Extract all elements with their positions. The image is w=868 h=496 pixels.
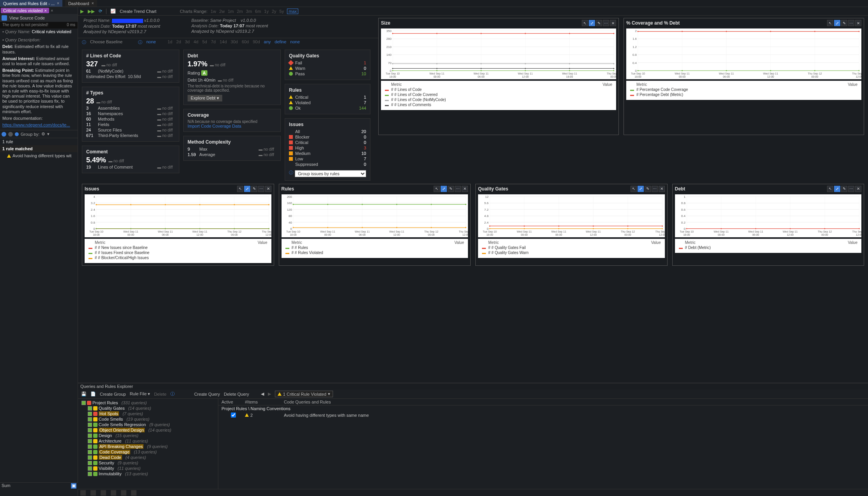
edit-icon[interactable]: ✎ bbox=[841, 186, 847, 192]
tree-node[interactable]: API Breaking Changes (9 queries) bbox=[79, 444, 217, 449]
tree-node[interactable]: Security (9 queries) bbox=[79, 460, 217, 466]
range-3m[interactable]: 3m bbox=[246, 9, 252, 14]
checkbox-icon[interactable] bbox=[88, 439, 92, 443]
close-icon[interactable]: ✕ bbox=[462, 186, 468, 192]
expand-icon[interactable]: ⤢ bbox=[244, 186, 250, 192]
tree-node[interactable]: Object Oriented Design (14 queries) bbox=[79, 427, 217, 433]
nav-back-icon[interactable]: ◀ bbox=[261, 391, 264, 396]
range-1y[interactable]: 1y bbox=[264, 9, 269, 14]
tree-node[interactable]: Code Smells Regression (9 queries) bbox=[79, 422, 217, 427]
expand-icon[interactable]: ⤢ bbox=[834, 186, 840, 192]
cursor-icon[interactable]: ↖ bbox=[827, 20, 833, 26]
checkbox-icon[interactable] bbox=[88, 412, 92, 416]
checkbox-icon[interactable] bbox=[88, 406, 92, 411]
checkbox-icon[interactable] bbox=[88, 450, 92, 454]
checkbox-icon[interactable] bbox=[88, 455, 92, 460]
tab-dashboard[interactable]: Dashboard × bbox=[65, 0, 97, 7]
range-2w[interactable]: 2w bbox=[219, 9, 225, 14]
expand-icon[interactable]: ▣ bbox=[71, 483, 76, 489]
status-icon[interactable] bbox=[90, 490, 96, 496]
close-icon[interactable]: × bbox=[57, 1, 59, 5]
tree-node[interactable]: Code Smells (19 queries) bbox=[79, 416, 217, 422]
filter-icon[interactable] bbox=[8, 132, 13, 137]
checkbox-icon[interactable] bbox=[88, 466, 92, 471]
baseline-none[interactable]: none bbox=[146, 39, 156, 45]
range-1m[interactable]: 1m bbox=[228, 9, 234, 14]
cursor-icon[interactable]: ↖ bbox=[237, 186, 243, 192]
tree-node[interactable]: Project Rules (331 queries) bbox=[79, 400, 217, 405]
create-trend-button[interactable]: Create Trend Chart bbox=[120, 9, 156, 14]
nav-fwd-icon[interactable]: ▶ bbox=[268, 391, 271, 396]
close-icon[interactable]: ✕ bbox=[855, 20, 861, 26]
filter-icon[interactable] bbox=[2, 132, 6, 137]
delete-button[interactable]: Delete bbox=[154, 392, 167, 396]
expand-icon[interactable]: ⤢ bbox=[638, 186, 644, 192]
info-icon[interactable]: ⓘ bbox=[170, 391, 175, 397]
view-source-button[interactable]: View Source Code bbox=[0, 14, 78, 22]
expand-icon[interactable]: ⤢ bbox=[441, 186, 447, 192]
tree-node[interactable]: Design (15 queries) bbox=[79, 433, 217, 438]
violation-dropdown[interactable]: 1 Critical Rule Violated ▾ bbox=[275, 391, 333, 397]
rule-list-row[interactable]: 2 Avoid having different types with same… bbox=[218, 412, 868, 418]
tree-node[interactable]: Dead Code (4 queries) bbox=[79, 455, 217, 460]
play-icon[interactable]: ▶ bbox=[80, 9, 84, 14]
tree-node[interactable]: Code Coverage (13 queries) bbox=[79, 449, 217, 455]
gear-icon[interactable]: ⚙ bbox=[41, 132, 45, 137]
query-tag[interactable]: Critical rules violated × bbox=[1, 8, 49, 13]
cursor-icon[interactable]: ↖ bbox=[434, 186, 440, 192]
delete-query-button[interactable]: Delete Query bbox=[224, 392, 249, 396]
cursor-icon[interactable]: ↖ bbox=[582, 20, 588, 26]
status-icon[interactable] bbox=[80, 490, 86, 496]
doc-link[interactable]: https://www.ndepend.com/docs/te... bbox=[2, 123, 70, 127]
edit-icon[interactable]: ✎ bbox=[645, 186, 651, 192]
more-icon[interactable]: ⋯ bbox=[455, 186, 461, 192]
checkbox-icon[interactable] bbox=[88, 428, 92, 432]
range-1w[interactable]: 1w bbox=[211, 9, 216, 14]
status-icon[interactable] bbox=[101, 490, 106, 496]
close-icon[interactable]: × bbox=[44, 8, 46, 13]
tree-node[interactable]: Visibility (11 queries) bbox=[79, 466, 217, 471]
status-icon[interactable] bbox=[131, 490, 136, 496]
status-icon[interactable] bbox=[111, 490, 116, 496]
range-max[interactable]: max bbox=[287, 9, 298, 14]
rule-hit-row[interactable]: Avoid having different types wit bbox=[0, 152, 78, 159]
edit-icon[interactable]: ✎ bbox=[841, 20, 847, 26]
explore-debt-button[interactable]: Explore Debt ▾ bbox=[188, 95, 222, 101]
range-2m[interactable]: 2m bbox=[237, 9, 243, 14]
range-2y[interactable]: 2y bbox=[272, 9, 276, 14]
tree-node[interactable]: Architecture (11 queries) bbox=[79, 438, 217, 444]
checkbox-icon[interactable] bbox=[88, 434, 92, 438]
range-5y[interactable]: 5y bbox=[280, 9, 284, 14]
edit-icon[interactable]: ✎ bbox=[251, 186, 257, 192]
status-icon[interactable] bbox=[121, 490, 126, 496]
play-all-icon[interactable]: ▶▶ bbox=[88, 9, 95, 14]
import-coverage-link[interactable]: Import Code Coverage Data bbox=[188, 124, 241, 128]
edit-icon[interactable]: ✎ bbox=[596, 20, 602, 26]
edit-icon[interactable]: ✎ bbox=[448, 186, 454, 192]
cursor-icon[interactable]: ↖ bbox=[631, 186, 637, 192]
more-icon[interactable]: ⋯ bbox=[258, 186, 264, 192]
more-icon[interactable]: ⋯ bbox=[603, 20, 609, 26]
checkbox-icon[interactable] bbox=[88, 444, 92, 449]
range-6m[interactable]: 6m bbox=[255, 9, 261, 14]
close-icon[interactable]: × bbox=[92, 1, 94, 5]
rule-file-button[interactable]: Rule File ▾ bbox=[130, 391, 150, 396]
close-icon[interactable]: × bbox=[51, 8, 53, 13]
chevron-down-icon[interactable]: ▾ bbox=[47, 132, 50, 137]
expand-icon[interactable]: ⤢ bbox=[589, 20, 595, 26]
rules-tree[interactable]: Project Rules (331 queries) Quality Gate… bbox=[78, 399, 218, 489]
expand-icon[interactable]: ⤢ bbox=[834, 20, 840, 26]
info-icon[interactable]: ⓘ bbox=[82, 39, 86, 45]
create-query-button[interactable]: Create Query bbox=[194, 392, 220, 396]
group-issues-dropdown[interactable]: Group issues by rules bbox=[295, 170, 366, 177]
tree-node[interactable]: Immutability (13 queries) bbox=[79, 471, 217, 476]
checkbox-icon[interactable] bbox=[81, 401, 86, 405]
more-icon[interactable]: ⋯ bbox=[848, 20, 854, 26]
close-icon[interactable]: ✕ bbox=[265, 186, 271, 192]
close-icon[interactable]: ✕ bbox=[659, 186, 665, 192]
checkbox-icon[interactable] bbox=[88, 472, 92, 476]
close-icon[interactable]: ✕ bbox=[855, 186, 861, 192]
rules-matched-header[interactable]: 1 rule matched bbox=[0, 145, 78, 152]
checkbox-icon[interactable] bbox=[88, 461, 92, 465]
file-icon[interactable]: 📄 bbox=[90, 391, 96, 396]
